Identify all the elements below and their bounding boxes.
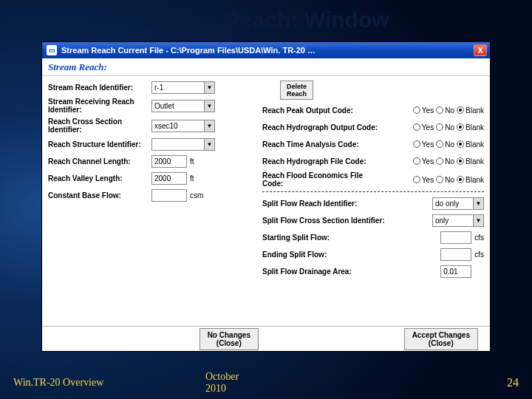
input-reach-id[interactable]: [152, 82, 204, 93]
chevron-down-icon[interactable]: ▼: [473, 215, 483, 226]
chevron-down-icon[interactable]: ▼: [204, 100, 214, 112]
chevron-down-icon[interactable]: ▼: [204, 139, 214, 150]
label-hydro-code: Reach Hydrograph Output Code:: [262, 123, 388, 132]
no-changes-button[interactable]: No Changes (Close): [200, 328, 259, 350]
radio-no[interactable]: No: [436, 106, 454, 115]
radio-yes[interactable]: Yes: [413, 157, 434, 166]
unit-csm: csm: [190, 191, 203, 200]
input-receiving-id[interactable]: [152, 100, 204, 112]
stream-reach-window: ▭ Stream Reach Current File - C:\Program…: [41, 41, 491, 352]
input-channel-length[interactable]: [151, 155, 187, 168]
radio-no[interactable]: No: [436, 140, 454, 149]
input-split-id[interactable]: [433, 198, 473, 209]
separator: [262, 191, 484, 192]
radio-yes[interactable]: Yes: [413, 106, 434, 115]
radios-hydro[interactable]: Yes No Blank: [388, 123, 484, 132]
radio-blank[interactable]: Blank: [457, 176, 484, 184]
label-xsec-id: Reach Cross Section Identifier:: [48, 117, 151, 134]
label-channel-length: Reach Channel Length:: [48, 157, 151, 166]
combo-receiving-id[interactable]: ▼: [151, 100, 215, 112]
combo-xsec-id[interactable]: ▼: [151, 120, 215, 132]
label-split-xsec: Split Flow Cross Section Identifier:: [262, 216, 388, 225]
titlebar[interactable]: ▭ Stream Reach Current File - C:\Program…: [42, 42, 490, 58]
input-valley-length[interactable]: [151, 172, 187, 185]
slide-footer: Win.TR-20 Overview October 2010 24: [0, 371, 532, 395]
radio-blank[interactable]: Blank: [457, 123, 484, 132]
label-econ-code: Reach Flood Economics File Code:: [262, 171, 388, 188]
input-split-end[interactable]: [440, 248, 471, 261]
radio-blank[interactable]: Blank: [457, 157, 484, 166]
combo-split-id[interactable]: ▼: [432, 197, 484, 210]
label-receiving-id: Stream Receiving Reach Identifier:: [48, 98, 151, 114]
input-structure-id[interactable]: [152, 139, 204, 150]
footer-left: Win.TR-20 Overview: [13, 377, 176, 389]
page-number: 24: [507, 376, 519, 389]
unit-cfs: cfs: [474, 233, 484, 242]
right-column: Delete Reach Reach Peak Output Code: Yes…: [256, 76, 490, 326]
radio-no[interactable]: No: [436, 157, 454, 166]
label-hfile-code: Reach Hydrograph File Code:: [262, 157, 388, 166]
radio-yes[interactable]: Yes: [413, 140, 434, 149]
input-xsec-id[interactable]: [152, 120, 204, 132]
radios-time[interactable]: Yes No Blank: [388, 140, 484, 149]
window-footer: No Changes (Close) Accept Changes (Close…: [42, 326, 490, 351]
window-title: Stream Reach Current File - C:\Program F…: [61, 46, 469, 55]
chevron-down-icon[interactable]: ▼: [204, 82, 214, 93]
accept-changes-button[interactable]: Accept Changes (Close): [404, 328, 478, 350]
radio-blank[interactable]: Blank: [457, 106, 484, 115]
label-split-end: Ending Split Flow:: [262, 250, 388, 259]
input-split-start[interactable]: [440, 231, 471, 244]
radio-yes[interactable]: Yes: [413, 123, 434, 132]
label-valley-length: Reach Valley Length:: [48, 174, 151, 183]
label-base-flow: Constant Base Flow:: [48, 191, 151, 200]
chevron-down-icon[interactable]: ▼: [473, 198, 483, 209]
combo-reach-id[interactable]: ▼: [151, 81, 215, 94]
delete-reach-button[interactable]: Delete Reach: [280, 81, 313, 100]
radios-econ[interactable]: Yes No Blank: [388, 176, 484, 184]
app-icon: ▭: [47, 45, 57, 55]
label-structure-id: Reach Structure Identifier:: [48, 140, 151, 149]
combo-split-xsec[interactable]: ▼: [432, 214, 484, 227]
input-base-flow[interactable]: [151, 189, 187, 202]
label-reach-id: Stream Reach Identifier:: [48, 83, 151, 92]
chevron-down-icon[interactable]: ▼: [204, 120, 214, 132]
unit-ft: ft: [190, 157, 194, 166]
label-split-area: Split Flow Drainage Area:: [262, 267, 388, 276]
radio-yes[interactable]: Yes: [413, 176, 434, 184]
label-peak-code: Reach Peak Output Code:: [262, 106, 388, 115]
label-split-id: Split Flow Reach Identifier:: [262, 200, 388, 208]
label-split-start: Starting Split Flow:: [262, 233, 388, 242]
slide-title: Stream Reach: Window: [0, 0, 532, 37]
section-header: Stream Reach:: [42, 58, 490, 76]
label-time-code: Reach Time Analysis Code:: [262, 140, 388, 149]
radio-no[interactable]: No: [436, 123, 454, 132]
radios-hfile[interactable]: Yes No Blank: [388, 157, 484, 166]
close-icon[interactable]: X: [474, 44, 487, 56]
radio-no[interactable]: No: [436, 176, 454, 184]
radio-blank[interactable]: Blank: [457, 140, 484, 149]
footer-center: October 2010: [205, 371, 239, 395]
unit-cfs: cfs: [474, 250, 484, 259]
radios-peak[interactable]: Yes No Blank: [388, 106, 484, 115]
combo-structure-id[interactable]: ▼: [151, 138, 215, 151]
input-split-area[interactable]: [440, 265, 471, 278]
unit-ft: ft: [190, 174, 194, 183]
left-column: Stream Reach Identifier: ▼ Stream Receiv…: [42, 76, 256, 326]
input-split-xsec[interactable]: [433, 215, 473, 226]
